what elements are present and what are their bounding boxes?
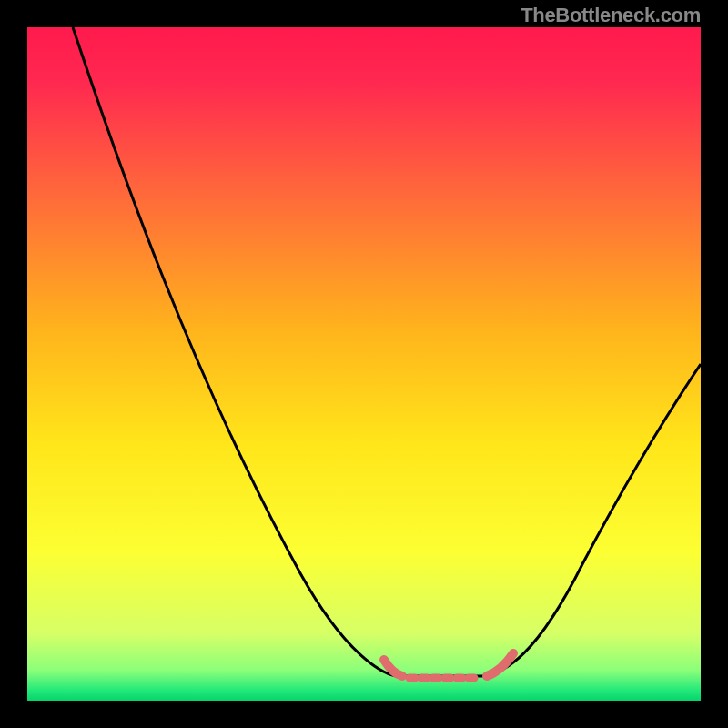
watermark-text: TheBottleneck.com xyxy=(521,4,701,27)
plot-area xyxy=(27,27,701,701)
bottleneck-curve xyxy=(27,27,701,701)
curve-line xyxy=(73,27,701,676)
chart-frame: TheBottleneck.com xyxy=(0,0,728,728)
highlight-right xyxy=(487,653,513,676)
